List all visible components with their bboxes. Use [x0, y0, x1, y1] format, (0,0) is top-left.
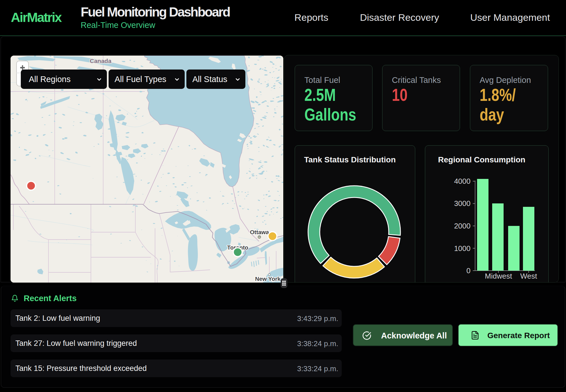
svg-text:Midwest: Midwest	[485, 272, 512, 280]
svg-text:1000: 1000	[454, 244, 471, 253]
svg-text:West: West	[520, 272, 538, 280]
svg-text:Canada: Canada	[90, 58, 111, 64]
svg-text:0: 0	[467, 266, 471, 275]
svg-text:New York: New York	[255, 276, 281, 282]
svg-text:Ottawa: Ottawa	[250, 229, 269, 235]
svg-text:2000: 2000	[454, 222, 471, 230]
svg-text:4000: 4000	[454, 177, 471, 185]
svg-text:3000: 3000	[454, 199, 471, 208]
